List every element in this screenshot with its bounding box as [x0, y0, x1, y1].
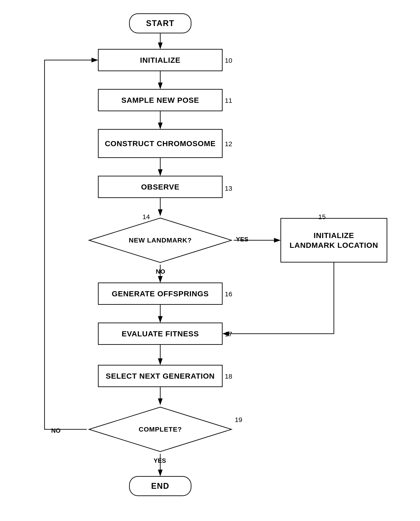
step-11: 11 — [225, 97, 232, 104]
observe-label: OBSERVE — [141, 183, 180, 191]
start-label: START — [146, 19, 174, 28]
step-15: 15 — [318, 213, 326, 221]
select-next-generation-label: SELECT NEXT GENERATION — [106, 372, 215, 380]
generate-offsprings-label: GENERATE OFFSPRINGS — [112, 289, 209, 298]
initialize-label: INITIALIZE — [140, 56, 180, 65]
end-label: END — [151, 481, 169, 491]
no-label-new-landmark: NO — [156, 268, 165, 275]
step-13: 13 — [225, 185, 232, 192]
new-landmark-label: NEW LANDMARK? — [129, 236, 192, 244]
start-terminal: START — [129, 13, 191, 33]
new-landmark-diamond: NEW LANDMARK? — [87, 216, 234, 265]
initialize-landmark-label: INITIALIZE LANDMARK LOCATION — [290, 230, 378, 250]
step-17: 17 — [225, 330, 232, 338]
sample-new-pose-box: SAMPLE NEW POSE — [98, 89, 223, 111]
complete-diamond: COMPLETE? — [87, 405, 234, 454]
step-12: 12 — [225, 140, 232, 148]
evaluate-fitness-box: EVALUATE FITNESS — [98, 323, 223, 345]
select-next-generation-box: SELECT NEXT GENERATION — [98, 365, 223, 387]
construct-chromosome-label: CONSTRUCT CHROMOSOME — [105, 139, 216, 148]
generate-offsprings-box: GENERATE OFFSPRINGS — [98, 283, 223, 305]
step-10: 10 — [225, 57, 232, 64]
no-label-complete: NO — [51, 427, 60, 434]
observe-box: OBSERVE — [98, 176, 223, 198]
step-18: 18 — [225, 373, 232, 380]
step-19: 19 — [235, 416, 242, 424]
sample-new-pose-label: SAMPLE NEW POSE — [121, 96, 199, 104]
construct-chromosome-box: CONSTRUCT CHROMOSOME — [98, 129, 223, 158]
end-terminal: END — [129, 476, 191, 496]
step-16: 16 — [225, 290, 232, 298]
step-14: 14 — [142, 213, 150, 221]
initialize-box: INITIALIZE — [98, 49, 223, 71]
evaluate-fitness-label: EVALUATE FITNESS — [121, 330, 199, 338]
complete-label: COMPLETE? — [139, 426, 182, 433]
initialize-landmark-box: INITIALIZE LANDMARK LOCATION — [280, 218, 387, 263]
yes-label-complete: YES — [154, 457, 166, 464]
yes-label-new-landmark: YES — [236, 236, 248, 243]
